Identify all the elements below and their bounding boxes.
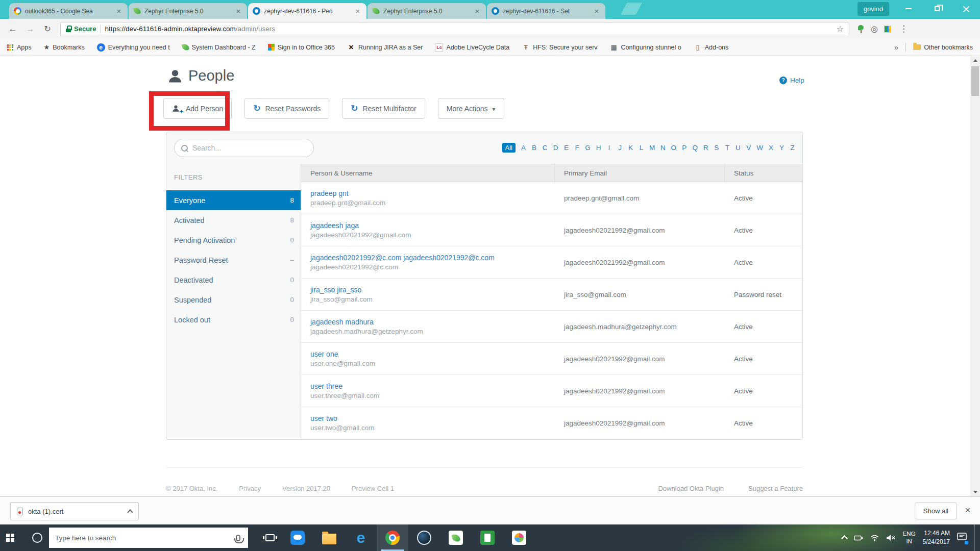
chart-extension-icon[interactable] bbox=[884, 26, 891, 33]
tree-extension-icon[interactable] bbox=[857, 25, 865, 33]
minimize-button[interactable] bbox=[894, 0, 923, 17]
alphabet-letter[interactable]: Z bbox=[790, 144, 795, 152]
page-scrollbar[interactable] bbox=[970, 56, 980, 496]
filter-item[interactable]: Activated 8 bbox=[166, 210, 301, 230]
alphabet-letter[interactable]: U bbox=[735, 144, 741, 152]
browser-tab[interactable]: zephyr-dev-611616 - Peo bbox=[248, 3, 366, 19]
alphabet-letter[interactable]: Y bbox=[779, 144, 785, 152]
bookmark-item[interactable]: System Dashboard - Z bbox=[182, 43, 256, 52]
globe-app-button[interactable] bbox=[408, 524, 440, 551]
forward-button[interactable] bbox=[22, 21, 38, 37]
browser-tab[interactable]: zephyr-dev-611616 - Set bbox=[487, 3, 605, 19]
person-name-link[interactable]: user one bbox=[310, 350, 338, 358]
green-doc-app-button[interactable] bbox=[472, 524, 503, 551]
alphabet-letter[interactable]: R bbox=[703, 144, 708, 152]
volume-muted-icon[interactable] bbox=[886, 534, 896, 541]
alphabet-letter[interactable]: W bbox=[756, 144, 763, 152]
reset-multifactor-button[interactable]: Reset Multifactor bbox=[342, 98, 425, 119]
person-name-link[interactable]: user three bbox=[310, 382, 342, 390]
search-input[interactable] bbox=[192, 144, 307, 152]
person-name-link[interactable]: jagadeesh jaga bbox=[310, 221, 359, 230]
more-actions-button[interactable]: More Actions bbox=[438, 98, 504, 119]
show-all-button[interactable]: Show all bbox=[915, 503, 957, 519]
alphabet-letter[interactable]: V bbox=[746, 144, 751, 152]
alphabet-letter[interactable]: L bbox=[639, 144, 644, 152]
new-tab-button[interactable] bbox=[621, 3, 643, 15]
browser-tab[interactable]: Zephyr Enterprise 5.0 bbox=[368, 3, 486, 19]
alphabet-letter[interactable]: S bbox=[714, 144, 719, 152]
bookmark-item[interactable]: Running JIRA as a Ser bbox=[347, 43, 423, 52]
alphabet-letter[interactable]: K bbox=[628, 144, 633, 152]
alphabet-letter[interactable]: E bbox=[564, 144, 569, 152]
alphabet-letter[interactable]: A bbox=[521, 144, 526, 152]
person-name-link[interactable]: jira_sso jira_sso bbox=[310, 286, 361, 294]
shelf-close-icon[interactable] bbox=[962, 504, 974, 516]
person-name-link[interactable]: pradeep gnt bbox=[310, 189, 349, 197]
alphabet-letter[interactable]: I bbox=[606, 144, 612, 152]
show-desktop-button[interactable] bbox=[974, 524, 977, 551]
bookmark-item[interactable]: Adobe LiveCycle Data bbox=[435, 43, 509, 52]
alphabet-letter[interactable]: G bbox=[585, 144, 591, 152]
task-view-button[interactable] bbox=[258, 524, 282, 551]
alphabet-letter[interactable]: B bbox=[531, 144, 537, 152]
tab-close-icon[interactable] bbox=[593, 7, 601, 15]
alphabet-letter[interactable]: J bbox=[617, 144, 623, 152]
file-explorer-button[interactable] bbox=[313, 524, 345, 551]
filter-item[interactable]: Suspended 0 bbox=[166, 290, 301, 310]
person-name-link[interactable]: user two bbox=[310, 414, 337, 422]
alphabet-letter[interactable]: M bbox=[649, 144, 655, 152]
microphone-icon[interactable] bbox=[236, 535, 240, 541]
filter-item[interactable]: Password Reset – bbox=[166, 250, 301, 270]
alphabet-letter[interactable]: T bbox=[724, 144, 730, 152]
alphabet-letter[interactable]: Q bbox=[692, 144, 698, 152]
back-button[interactable] bbox=[5, 21, 20, 37]
taskbar-search-input[interactable] bbox=[55, 534, 232, 542]
start-button[interactable] bbox=[0, 524, 24, 551]
bookmark-star-icon[interactable] bbox=[837, 24, 844, 34]
browser-tab[interactable]: outlook365 - Google Sea bbox=[9, 3, 128, 19]
action-center-button[interactable] bbox=[957, 533, 967, 543]
browser-menu-icon[interactable] bbox=[899, 23, 908, 34]
help-link[interactable]: Help bbox=[779, 77, 804, 84]
secure-chip[interactable]: Secure bbox=[66, 25, 96, 33]
bookmarks-shortcut[interactable]: Bookmarks bbox=[44, 43, 85, 51]
filter-item[interactable]: Locked out 0 bbox=[166, 310, 301, 330]
alphabet-letter[interactable]: O bbox=[671, 144, 676, 152]
alphabet-letter[interactable]: D bbox=[553, 144, 558, 152]
scroll-down-button[interactable] bbox=[970, 488, 980, 496]
media-app-button[interactable] bbox=[503, 524, 535, 551]
browser-profile-badge[interactable]: govind bbox=[857, 2, 889, 16]
reset-passwords-button[interactable]: Reset Passwords bbox=[244, 98, 329, 119]
filter-item[interactable]: Deactivated 0 bbox=[166, 270, 301, 290]
alphabet-all[interactable]: All bbox=[502, 143, 516, 153]
alphabet-letter[interactable]: X bbox=[768, 144, 774, 152]
wifi-icon[interactable] bbox=[870, 534, 879, 541]
battery-icon[interactable] bbox=[854, 535, 863, 541]
tab-close-icon[interactable] bbox=[115, 7, 123, 15]
alphabet-letter[interactable]: H bbox=[596, 144, 601, 152]
bookmark-item[interactable]: Add-ons bbox=[694, 43, 729, 52]
reload-button[interactable] bbox=[40, 21, 55, 37]
cortana-button[interactable] bbox=[26, 524, 49, 551]
taskbar-clock[interactable]: 12:46 AM 5/24/2017 bbox=[923, 529, 950, 546]
messaging-app-button[interactable] bbox=[282, 524, 313, 551]
download-okta-plugin-link[interactable]: Download Okta Plugin bbox=[658, 485, 724, 492]
tray-expand-icon[interactable] bbox=[841, 535, 848, 542]
language-indicator[interactable]: ENG IN bbox=[903, 530, 916, 545]
person-name-link[interactable]: jagadeesh madhura bbox=[310, 318, 374, 326]
alphabet-letter[interactable]: F bbox=[574, 144, 580, 152]
bookmark-item[interactable]: Configuring stunnel o bbox=[610, 43, 681, 52]
search-box[interactable] bbox=[174, 139, 314, 157]
chrome-button[interactable] bbox=[377, 524, 408, 551]
taskbar-search-box[interactable] bbox=[49, 528, 248, 548]
person-name-link[interactable]: jagadeesh02021992@c.com jagadeesh0202199… bbox=[310, 254, 495, 262]
add-person-button[interactable]: Add Person bbox=[163, 98, 232, 119]
tab-close-icon[interactable] bbox=[473, 7, 481, 15]
tab-close-icon[interactable] bbox=[234, 7, 242, 15]
tab-close-icon[interactable] bbox=[354, 7, 362, 15]
bookmarks-overflow-chevron[interactable]: » bbox=[894, 43, 898, 52]
footer-privacy-link[interactable]: Privacy bbox=[239, 485, 261, 492]
other-bookmarks[interactable]: Other bookmarks bbox=[913, 44, 973, 51]
filter-item[interactable]: Everyone 8 bbox=[166, 190, 301, 210]
swirl-extension-icon[interactable] bbox=[871, 24, 878, 34]
